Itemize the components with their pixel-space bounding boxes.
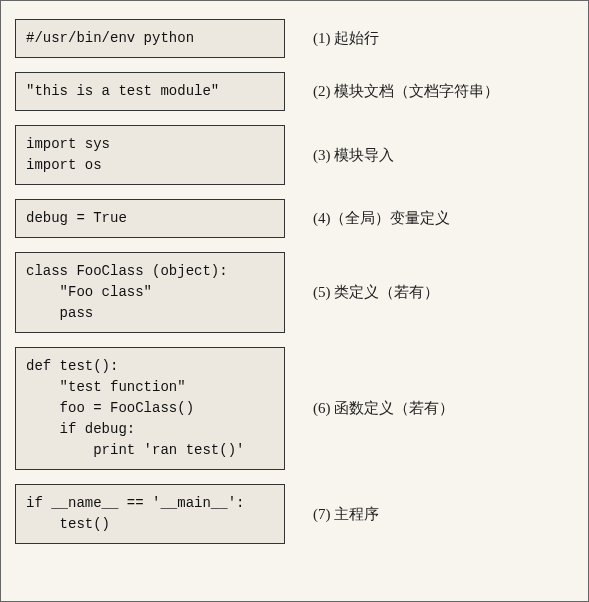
section-row: debug = True (4)（全局）变量定义 — [15, 199, 574, 238]
code-docstring: "this is a test module" — [15, 72, 285, 111]
diagram-container: #/usr/bin/env python (1) 起始行 "this is a … — [0, 0, 589, 602]
label-globals: (4)（全局）变量定义 — [313, 209, 451, 228]
code-shebang: #/usr/bin/env python — [15, 19, 285, 58]
label-function: (6) 函数定义（若有） — [313, 399, 454, 418]
label-class: (5) 类定义（若有） — [313, 283, 439, 302]
code-function: def test(): "test function" foo = FooCla… — [15, 347, 285, 470]
section-row: if __name__ == '__main__': test() (7) 主程… — [15, 484, 574, 544]
label-imports: (3) 模块导入 — [313, 146, 394, 165]
label-main: (7) 主程序 — [313, 505, 379, 524]
code-main: if __name__ == '__main__': test() — [15, 484, 285, 544]
section-row: "this is a test module" (2) 模块文档（文档字符串） — [15, 72, 574, 111]
label-docstring: (2) 模块文档（文档字符串） — [313, 82, 499, 101]
section-row: def test(): "test function" foo = FooCla… — [15, 347, 574, 470]
section-row: #/usr/bin/env python (1) 起始行 — [15, 19, 574, 58]
code-imports: import sys import os — [15, 125, 285, 185]
section-row: class FooClass (object): "Foo class" pas… — [15, 252, 574, 333]
code-globals: debug = True — [15, 199, 285, 238]
label-shebang: (1) 起始行 — [313, 29, 379, 48]
section-row: import sys import os (3) 模块导入 — [15, 125, 574, 185]
code-class: class FooClass (object): "Foo class" pas… — [15, 252, 285, 333]
